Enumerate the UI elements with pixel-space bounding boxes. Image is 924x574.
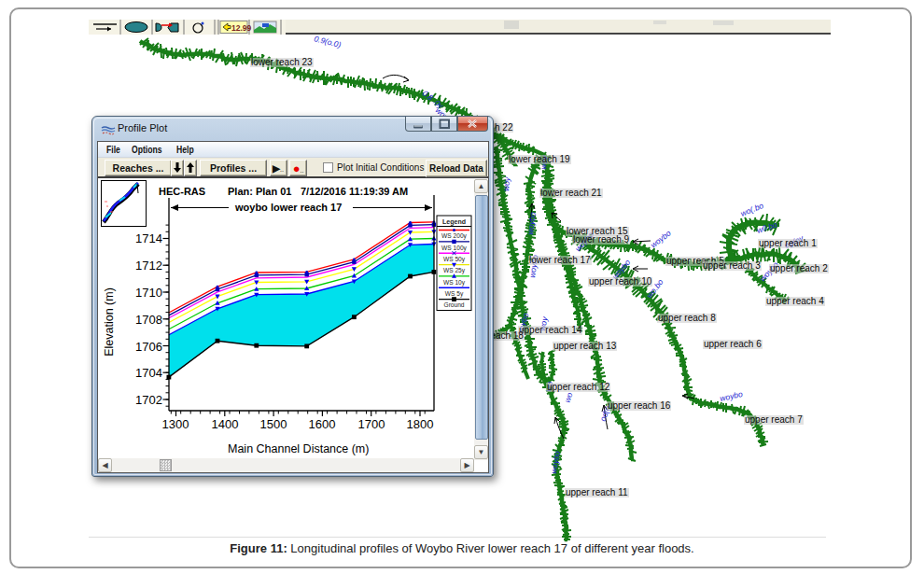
svg-text:WS 10y: WS 10y [443, 279, 466, 287]
svg-text:WS 50y: WS 50y [443, 256, 466, 263]
svg-text:Ground: Ground [444, 301, 465, 308]
svg-text:WS 5y: WS 5y [445, 290, 464, 298]
svg-text:WS 100y: WS 100y [441, 245, 467, 252]
svg-text:Legend: Legend [442, 218, 466, 226]
svg-text:WS 25y: WS 25y [443, 267, 466, 274]
svg-text:WS 200y: WS 200y [441, 232, 467, 240]
